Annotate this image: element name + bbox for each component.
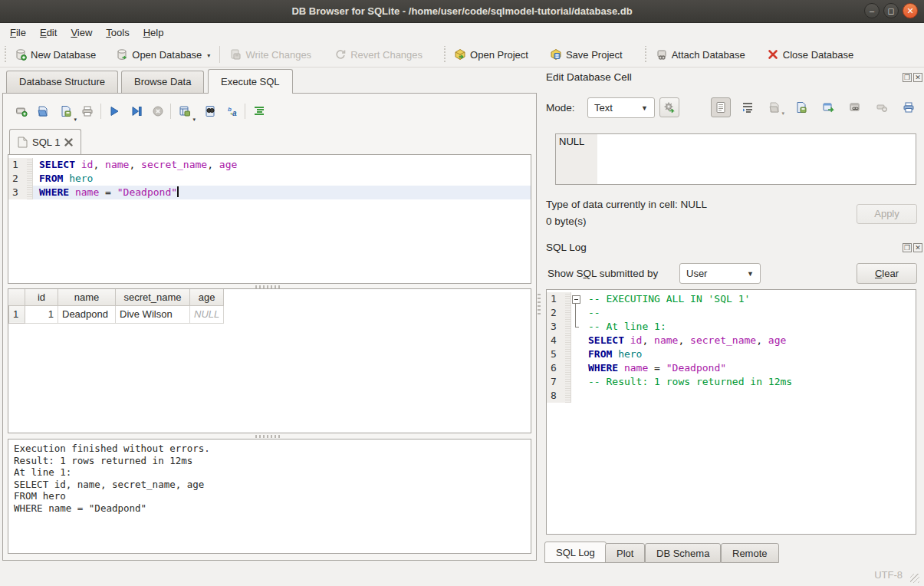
open-database-button[interactable]: Open Database ▾ <box>111 45 215 64</box>
app-window: DB Browser for SQLite - /home/user/code/… <box>0 0 924 586</box>
cell-editor[interactable]: NULL <box>555 133 916 185</box>
open-external-icon <box>822 101 834 114</box>
results-grid[interactable]: idnamesecret_nameage11DeadpondDive Wilso… <box>8 288 531 433</box>
toolbar-drag-handle[interactable] <box>3 46 7 63</box>
replace-button[interactable]: ba <box>223 101 243 121</box>
new-database-icon <box>15 48 27 61</box>
table-cell[interactable]: Deadpond <box>58 305 116 323</box>
new-sql-tab-button[interactable] <box>12 101 31 121</box>
menu-help[interactable]: Help <box>136 25 171 41</box>
tab-browse-data[interactable]: Browse Data <box>121 71 204 94</box>
export-cell-data-button[interactable] <box>791 97 811 117</box>
tab-execute-sql[interactable]: Execute SQL <box>208 69 293 94</box>
menu-file[interactable]: File <box>3 25 33 41</box>
table-row[interactable]: 11DeadpondDive WilsonNULL <box>9 305 224 323</box>
column-header-secret_name[interactable]: secret_name <box>116 289 190 305</box>
close-button[interactable]: ✕ <box>903 3 918 18</box>
set-null-icon <box>876 101 888 114</box>
write-changes-button[interactable]: Write Changes <box>225 45 316 64</box>
editor-results-splitter[interactable] <box>255 285 281 288</box>
edit-cell-title: Edit Database Cell <box>546 71 632 83</box>
save-results-button[interactable]: ▾ <box>175 101 195 121</box>
column-header-age[interactable]: age <box>190 289 224 305</box>
cell-text-mode-button[interactable] <box>711 97 731 117</box>
set-null-button[interactable] <box>872 97 892 117</box>
pane-splitter[interactable] <box>538 291 541 314</box>
code-line: 3-- At line 1: <box>547 320 916 334</box>
close-panel-icon[interactable]: ✕ <box>913 73 922 82</box>
attach-database-icon <box>656 48 668 61</box>
close-database-button[interactable]: Close Database <box>762 45 859 64</box>
stop-button[interactable] <box>148 101 168 121</box>
revert-changes-button[interactable]: Revert Changes <box>330 45 427 64</box>
menu-bar: FileEditViewToolsHelp <box>0 23 924 42</box>
fold-marker[interactable] <box>571 292 582 306</box>
new-database-button[interactable]: New Database <box>10 45 100 64</box>
apply-mode-button[interactable] <box>659 97 679 117</box>
close-panel-icon[interactable]: ✕ <box>913 243 922 252</box>
export-file-icon <box>795 101 807 114</box>
format-sql-button[interactable] <box>249 101 269 121</box>
cell-type-info: Type of data currently in cell: NULL <box>546 199 707 210</box>
open-in-external-button[interactable] <box>818 97 838 117</box>
fold-marker <box>571 389 582 403</box>
close-tab-icon[interactable] <box>64 138 73 146</box>
table-cell[interactable]: NULL <box>190 305 224 323</box>
copy-link-button[interactable] <box>845 97 865 117</box>
tab-db-schema[interactable]: DB Schema <box>645 543 721 563</box>
log-filter-label: Show SQL submitted by <box>547 268 658 279</box>
import-cell-data-button[interactable]: ▾ <box>765 97 784 117</box>
apply-button[interactable]: Apply <box>857 204 917 224</box>
import-file-icon <box>768 101 781 114</box>
toolbar-drag-handle[interactable] <box>442 46 446 63</box>
execution-output[interactable]: Execution finished without errors. Resul… <box>8 439 531 554</box>
menu-edit[interactable]: Edit <box>33 25 64 41</box>
format-icon <box>253 105 265 117</box>
main-toolbar: New Database Open Database ▾ Write Chang… <box>0 42 924 67</box>
save-sql-file-button[interactable]: ▾ <box>56 101 76 121</box>
code-line: 6WHERE name = "Deadpond" <box>547 361 916 375</box>
sql-log-view[interactable]: 1-- EXECUTING ALL IN 'SQL 1'2--3-- At li… <box>546 289 916 535</box>
play-icon <box>108 105 120 117</box>
open-database-icon <box>116 48 128 61</box>
results-output-splitter[interactable] <box>255 435 281 438</box>
maximize-button[interactable]: ◻ <box>883 3 899 18</box>
resize-grip[interactable] <box>910 574 919 583</box>
open-sql-file-button[interactable] <box>33 101 53 121</box>
column-header-name[interactable]: name <box>58 289 116 305</box>
float-panel-icon[interactable]: ❐ <box>903 243 912 252</box>
tab-plot[interactable]: Plot <box>605 543 645 563</box>
save-project-button[interactable]: Save Project <box>545 45 627 64</box>
float-panel-icon[interactable]: ❐ <box>903 73 912 82</box>
title-bar[interactable]: DB Browser for SQLite - /home/user/code/… <box>0 0 924 23</box>
find-icon <box>204 105 216 117</box>
menu-tools[interactable]: Tools <box>99 25 136 41</box>
print-sql-button[interactable] <box>77 101 97 121</box>
clear-log-button[interactable]: Clear <box>857 263 917 284</box>
toolbar-drag-handle[interactable] <box>644 46 648 63</box>
fold-marker <box>571 347 582 361</box>
open-project-button[interactable]: Open Project <box>449 45 533 64</box>
word-wrap-icon <box>742 101 754 114</box>
execute-all-button[interactable] <box>104 101 124 121</box>
sql-editor[interactable]: 1SELECT id, name, secret_name, age2FROM … <box>8 154 531 284</box>
word-wrap-button[interactable] <box>738 97 758 117</box>
attach-database-button[interactable]: Attach Database <box>651 45 750 64</box>
column-header-id[interactable]: id <box>25 289 58 305</box>
table-cell[interactable]: 1 <box>25 305 58 323</box>
tab-remote[interactable]: Remote <box>721 543 779 563</box>
open-database-dropdown-arrow[interactable]: ▾ <box>207 52 210 61</box>
menu-view[interactable]: View <box>64 25 99 41</box>
print-cell-button[interactable] <box>899 97 919 117</box>
log-filter-select[interactable]: User ▼ <box>679 263 761 284</box>
execute-current-line-button[interactable] <box>127 101 146 121</box>
mode-select[interactable]: Text ▼ <box>587 97 655 118</box>
tab-sql-log[interactable]: SQL Log <box>544 542 607 563</box>
sql-document-tab[interactable]: SQL 1 <box>9 129 81 154</box>
tab-database-structure[interactable]: Database Structure <box>6 71 118 94</box>
table-cell[interactable]: Dive Wilson <box>116 305 190 323</box>
find-button[interactable] <box>200 101 220 121</box>
minimize-button[interactable]: – <box>864 3 880 18</box>
document-icon <box>18 137 28 148</box>
gear-arrow-icon <box>663 101 676 114</box>
